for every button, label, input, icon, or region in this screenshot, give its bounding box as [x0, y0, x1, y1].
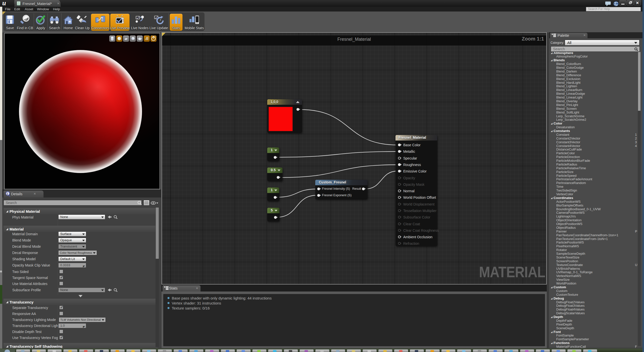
svg-text:i: i	[7, 192, 8, 196]
